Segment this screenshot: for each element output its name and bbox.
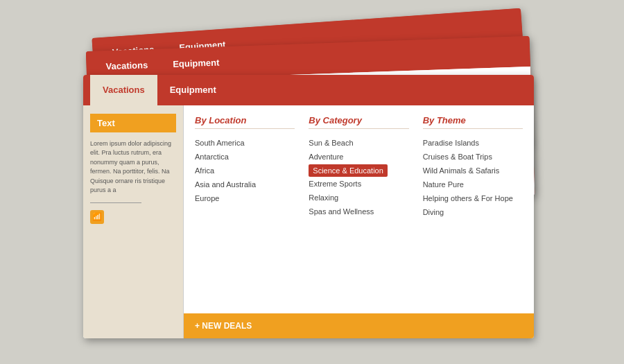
- by-category-title: By Category: [309, 115, 408, 129]
- by-location-title: By Location: [195, 115, 295, 129]
- menu-column-location: By Location South America Antarctica Afr…: [195, 115, 295, 304]
- location-item-2[interactable]: Antarctica: [195, 150, 295, 164]
- menu-column-theme: By Theme Paradise Islands Cruises & Boat…: [423, 115, 523, 304]
- new-deals-label: + NEW DEALS: [195, 321, 252, 331]
- card-front: Vacations Equipment Text Lorem ipsum dol…: [83, 75, 534, 338]
- category-item-5[interactable]: Relaxing: [309, 191, 408, 205]
- sidebar-text: Lorem ipsum dolor adipiscing elit. Pra l…: [90, 139, 176, 196]
- theme-item-4[interactable]: Nature Pure: [423, 177, 523, 191]
- card-front-header: Vacations Equipment: [83, 75, 534, 105]
- location-item-3[interactable]: Africa: [195, 164, 295, 177]
- location-item-4[interactable]: Asia and Australia: [195, 177, 295, 191]
- theme-item-1[interactable]: Paradise Islands: [423, 136, 523, 150]
- theme-item-5[interactable]: Helping others & For Hope: [423, 191, 523, 205]
- category-item-1[interactable]: Sun & Beach: [309, 136, 408, 150]
- tab-vacations-front[interactable]: Vacations: [90, 75, 157, 105]
- sidebar-divider: [90, 202, 141, 203]
- category-item-6[interactable]: Spas and Wellness: [309, 205, 408, 218]
- tab-equipment-front[interactable]: Equipment: [157, 75, 229, 105]
- category-item-2[interactable]: Adventure: [309, 150, 408, 164]
- location-item-5[interactable]: Europe: [195, 191, 295, 205]
- sidebar: Text Lorem ipsum dolor adipiscing elit. …: [83, 105, 184, 338]
- dropdown-menu: By Location South America Antarctica Afr…: [184, 105, 534, 313]
- theme-item-6[interactable]: Diving: [423, 205, 523, 219]
- footer-bar[interactable]: + NEW DEALS: [184, 313, 534, 338]
- main-content: By Location South America Antarctica Afr…: [184, 105, 534, 338]
- category-item-3[interactable]: Science & Education: [309, 164, 388, 177]
- sidebar-title: Text: [90, 114, 176, 132]
- theme-item-2[interactable]: Cruises & Boat Trips: [423, 150, 523, 164]
- location-item-1[interactable]: South America: [195, 136, 295, 150]
- theme-item-3[interactable]: Wild Animals & Safaris: [423, 164, 523, 177]
- category-item-4[interactable]: Extreme Sports: [309, 177, 408, 191]
- rss-icon[interactable]: 📶: [90, 210, 104, 224]
- by-theme-title: By Theme: [423, 115, 523, 129]
- menu-column-category: By Category Sun & Beach Adventure Scienc…: [309, 115, 408, 304]
- card-front-body: Text Lorem ipsum dolor adipiscing elit. …: [83, 105, 534, 338]
